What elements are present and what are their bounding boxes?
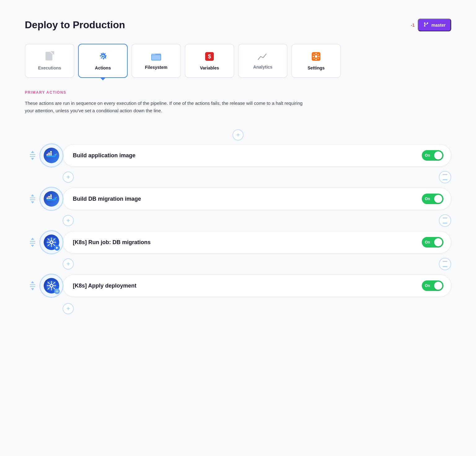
svg-point-57 <box>51 285 52 287</box>
settings-icon <box>311 51 321 63</box>
tab-analytics[interactable]: Analytics <box>238 44 288 78</box>
svg-rect-4 <box>51 51 54 55</box>
between-left-1: + <box>63 169 74 185</box>
tab-executions[interactable]: Executions <box>25 44 74 78</box>
between-right-3 <box>435 258 451 270</box>
action-name-4: [K8s] Apply deployment <box>73 283 417 289</box>
drag-handle-icon-3 <box>30 238 35 247</box>
svg-rect-32 <box>48 198 50 199</box>
svg-rect-53 <box>443 261 447 262</box>
docker-icon-2 <box>44 191 59 207</box>
toggle-knob-4 <box>434 282 442 290</box>
action-icon-4 <box>40 275 63 297</box>
between-row-2: + <box>25 211 451 230</box>
svg-point-13 <box>315 53 317 54</box>
k8s-icon-3 <box>44 235 59 250</box>
drag-handle-2[interactable] <box>25 188 40 210</box>
toggle-3[interactable] <box>422 237 443 248</box>
svg-point-67 <box>56 291 58 292</box>
add-action-button-bottom-wrapper: + <box>63 301 74 317</box>
branch-button[interactable]: master <box>418 19 451 31</box>
svg-rect-35 <box>50 196 52 197</box>
tab-actions-label: Actions <box>95 65 111 70</box>
svg-rect-30 <box>443 180 447 180</box>
primary-actions-section: PRIMARY ACTIONS These actions are run in… <box>25 90 451 114</box>
drag-handle-icon-4 <box>30 281 35 290</box>
action-icon-3 <box>40 231 63 253</box>
action-icon-2 <box>40 188 63 210</box>
add-action-button-3[interactable]: + <box>63 258 74 270</box>
svg-rect-24 <box>48 153 50 154</box>
svg-point-16 <box>318 56 320 57</box>
between-row-3: + <box>25 255 451 273</box>
add-action-button-2[interactable]: + <box>63 215 74 226</box>
tab-variables-label: Variables <box>200 65 219 70</box>
header-right: -1 master <box>411 19 451 31</box>
page-title: Deploy to Production <box>25 19 125 31</box>
svg-rect-31 <box>46 198 48 199</box>
svg-point-19 <box>314 58 315 59</box>
branch-label: master <box>431 23 446 28</box>
filesystem-icon <box>151 52 161 62</box>
hourglass-button-1[interactable] <box>439 171 451 183</box>
drag-handle-icon-2 <box>30 194 35 203</box>
tabs-container: Executions Actions Filesystem $ <box>25 44 451 78</box>
action-icon-1 <box>40 144 63 167</box>
svg-point-15 <box>313 56 314 57</box>
svg-rect-40 <box>443 223 447 224</box>
action-card-4[interactable]: [K8s] Apply deployment <box>63 275 451 297</box>
drag-line-1b <box>30 156 35 157</box>
add-action-button-1[interactable]: + <box>63 172 74 183</box>
drag-arrow-down-4 <box>31 288 34 290</box>
toggle-4[interactable] <box>422 280 443 291</box>
action-row-2: Build DB migration image <box>25 188 451 210</box>
actions-list: + <box>25 127 451 317</box>
tab-filesystem-label: Filesystem <box>145 65 167 70</box>
executions-icon <box>45 51 54 63</box>
svg-point-0 <box>424 22 425 24</box>
tab-variables[interactable]: $ Variables <box>185 44 234 78</box>
toggle-2[interactable] <box>422 194 443 204</box>
add-action-button-bottom[interactable]: + <box>63 303 74 314</box>
action-card-2[interactable]: Build DB migration image <box>63 188 451 210</box>
drag-line-1a <box>30 154 35 155</box>
tab-filesystem[interactable]: Filesystem <box>131 44 181 78</box>
svg-point-1 <box>424 25 425 27</box>
svg-rect-71 <box>58 291 59 292</box>
svg-point-20 <box>318 58 319 59</box>
action-row-3: [K8s] Run job: DB migrations <box>25 231 451 253</box>
svg-rect-22 <box>48 154 50 155</box>
toggle-knob-1 <box>434 151 442 159</box>
svg-point-6 <box>102 56 104 57</box>
drag-line-4b <box>30 286 35 287</box>
action-name-2: Build DB migration image <box>73 196 417 202</box>
svg-rect-34 <box>48 196 50 197</box>
tab-analytics-label: Analytics <box>253 65 272 69</box>
svg-rect-23 <box>50 154 52 155</box>
drag-handle-3[interactable] <box>25 231 40 253</box>
drag-arrow-up-1 <box>31 151 34 153</box>
action-card-1[interactable]: Build application image <box>63 144 451 167</box>
hourglass-button-2[interactable] <box>439 214 451 227</box>
action-card-3[interactable]: [K8s] Run job: DB migrations <box>63 231 451 253</box>
play-badge-3 <box>54 245 60 251</box>
tab-executions-label: Executions <box>38 65 61 70</box>
tab-settings[interactable]: Settings <box>291 44 341 78</box>
action-row-wrapper-1: Build application image <box>25 143 451 168</box>
tab-actions[interactable]: Actions <box>78 44 128 78</box>
docker-icon-1 <box>44 148 59 163</box>
action-row-4: [K8s] Apply deployment <box>25 275 451 297</box>
drag-handle-1[interactable] <box>25 144 40 167</box>
svg-point-18 <box>318 54 319 55</box>
action-row-wrapper-2: Build DB migration image <box>25 186 451 211</box>
drag-line-4a <box>30 284 35 285</box>
add-action-button-top[interactable]: + <box>232 129 244 141</box>
between-row-1: + <box>25 168 451 186</box>
toggle-1[interactable] <box>422 150 443 161</box>
branch-icon <box>423 22 429 28</box>
hourglass-button-3[interactable] <box>439 258 451 270</box>
svg-rect-21 <box>46 154 48 155</box>
section-description: These actions are run in sequence on eve… <box>25 100 304 114</box>
drag-handle-4[interactable] <box>25 275 40 297</box>
drag-arrow-up-4 <box>31 281 34 283</box>
